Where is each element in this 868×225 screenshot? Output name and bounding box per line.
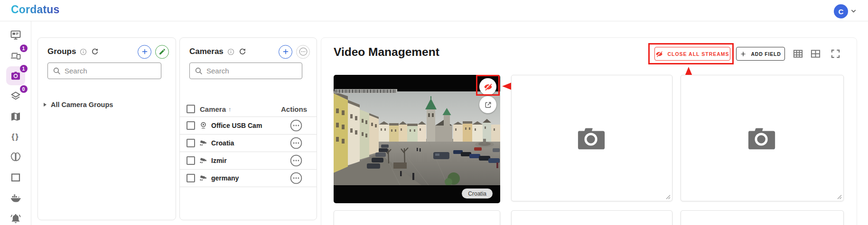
add-group-button[interactable] bbox=[138, 45, 151, 59]
stream-timestamp-overlay bbox=[335, 89, 397, 93]
sidebar-item-notifications[interactable] bbox=[6, 209, 25, 225]
camera-placeholder-icon bbox=[747, 126, 777, 151]
map-icon bbox=[10, 111, 21, 122]
refresh-icon[interactable] bbox=[91, 47, 99, 56]
sidebar-item-api[interactable]: {} bbox=[6, 127, 25, 146]
tree-item-all-camera-groups[interactable]: All Camera Groups bbox=[44, 101, 113, 108]
cameras-table: Camera ↑ Actions Office USB Cam Croatia bbox=[180, 101, 317, 187]
cctv-camera-icon bbox=[199, 174, 208, 183]
row-checkbox[interactable] bbox=[187, 139, 195, 147]
cameras-search-input[interactable] bbox=[206, 67, 297, 75]
grid-2x2-view-icon[interactable] bbox=[810, 48, 821, 59]
app-header: Cordatus C bbox=[0, 0, 868, 21]
grid-3x3-view-icon[interactable] bbox=[793, 48, 803, 59]
empty-stream-tile[interactable] bbox=[681, 75, 844, 201]
column-header-camera[interactable]: Camera ↑ bbox=[200, 105, 232, 113]
table-row[interactable]: Croatia bbox=[180, 135, 317, 152]
cameras-more-button[interactable] bbox=[296, 45, 310, 59]
camera-name: Croatia bbox=[211, 139, 234, 147]
sidebar-item-ai-models[interactable] bbox=[6, 148, 25, 167]
row-actions-button[interactable] bbox=[290, 119, 302, 132]
add-field-button[interactable]: ADD FIELD bbox=[736, 47, 785, 61]
user-avatar[interactable]: C bbox=[834, 4, 848, 18]
monitor-dashboard-icon bbox=[10, 29, 21, 41]
groups-title: Groups bbox=[47, 47, 76, 56]
close-all-streams-button[interactable]: CLOSE ALL STREAMS bbox=[654, 47, 730, 61]
camera-name: germany bbox=[211, 174, 239, 182]
sidebar-item-streams[interactable]: 0 bbox=[6, 87, 25, 106]
stream-tile-row2[interactable] bbox=[681, 210, 844, 225]
devices-badge: 1 bbox=[20, 45, 28, 52]
braces-icon: {} bbox=[11, 133, 19, 141]
devices-icon bbox=[10, 50, 21, 61]
cameras-title: Cameras bbox=[189, 47, 224, 56]
column-header-actions: Actions bbox=[281, 105, 307, 113]
select-all-checkbox[interactable] bbox=[187, 105, 195, 113]
cctv-camera-icon bbox=[199, 156, 208, 165]
webcam-icon bbox=[199, 121, 208, 130]
pencil-icon bbox=[159, 48, 166, 55]
eye-off-icon bbox=[655, 50, 663, 58]
sidebar-item-cameras[interactable]: 1 bbox=[6, 66, 25, 85]
search-icon bbox=[53, 67, 61, 75]
sidebar-item-dashboard[interactable] bbox=[6, 26, 25, 45]
table-row[interactable]: Izmir bbox=[180, 152, 317, 170]
stream-tile-row2[interactable] bbox=[511, 210, 672, 225]
groups-search-input[interactable] bbox=[65, 67, 156, 75]
cameras-panel-header: Cameras bbox=[189, 45, 310, 59]
resize-handle[interactable] bbox=[837, 195, 842, 199]
cctv-camera-icon bbox=[199, 139, 208, 148]
info-icon[interactable] bbox=[80, 48, 87, 55]
brain-icon bbox=[10, 152, 21, 163]
sidebar-item-devices[interactable]: 1 bbox=[6, 46, 25, 65]
sidebar-item-containers[interactable] bbox=[6, 189, 25, 207]
close-all-streams-label: CLOSE ALL STREAMS bbox=[667, 51, 729, 57]
live-stream-frame bbox=[334, 91, 500, 185]
page-title: Video Management bbox=[334, 45, 439, 59]
cameras-badge: 1 bbox=[20, 65, 28, 72]
add-camera-button[interactable] bbox=[279, 45, 292, 59]
edit-groups-button[interactable] bbox=[155, 45, 169, 59]
row-checkbox[interactable] bbox=[187, 174, 195, 182]
groups-panel-header: Groups bbox=[47, 45, 169, 59]
refresh-icon[interactable] bbox=[238, 47, 247, 56]
cameras-table-header: Camera ↑ Actions bbox=[180, 101, 317, 117]
chevron-down-icon[interactable] bbox=[850, 8, 857, 15]
open-stream-new-window-button[interactable] bbox=[479, 96, 496, 113]
tree-item-label: All Camera Groups bbox=[51, 101, 113, 108]
video-management-panel: Video Management CLOSE ALL STREAMS ADD F… bbox=[321, 37, 857, 225]
plus-icon bbox=[282, 48, 289, 55]
camera-placeholder-icon bbox=[577, 126, 607, 151]
sidebar-item-applications[interactable] bbox=[6, 168, 25, 187]
table-row[interactable]: germany bbox=[180, 170, 317, 187]
cordatus-app: Cordatus C 1 1 0 {} Groups bbox=[0, 0, 868, 225]
bell-icon bbox=[10, 213, 21, 224]
groups-panel: Groups All Camera Groups bbox=[37, 37, 176, 220]
cameras-panel: Cameras Camera ↑ Actions Of bbox=[179, 37, 317, 220]
search-icon bbox=[195, 67, 203, 75]
app-logo[interactable]: Cordatus bbox=[11, 3, 60, 16]
row-checkbox[interactable] bbox=[187, 121, 195, 130]
info-icon[interactable] bbox=[227, 48, 234, 55]
plus-icon bbox=[141, 48, 149, 55]
row-checkbox[interactable] bbox=[187, 156, 195, 165]
row-actions-button[interactable] bbox=[290, 154, 302, 167]
row-actions-button[interactable] bbox=[290, 172, 302, 184]
close-stream-button[interactable] bbox=[479, 78, 496, 95]
camera-column-label: Camera bbox=[200, 105, 226, 113]
table-row[interactable]: Office USB Cam bbox=[180, 117, 317, 135]
empty-stream-tile[interactable] bbox=[511, 75, 672, 201]
stream-name-label: Croatia bbox=[468, 190, 486, 197]
row-actions-button[interactable] bbox=[290, 137, 302, 149]
fullscreen-icon[interactable] bbox=[830, 48, 841, 59]
stream-tile-row2[interactable] bbox=[334, 210, 500, 225]
plus-icon bbox=[740, 51, 747, 57]
add-field-label: ADD FIELD bbox=[751, 51, 781, 57]
window-icon bbox=[10, 172, 21, 183]
sidebar-item-maps[interactable] bbox=[6, 107, 25, 126]
groups-search bbox=[47, 63, 161, 79]
stream-tile-croatia[interactable]: Croatia bbox=[334, 75, 500, 203]
open-in-new-icon bbox=[484, 101, 492, 109]
ellipsis-icon bbox=[299, 47, 308, 56]
resize-handle[interactable] bbox=[666, 195, 671, 199]
